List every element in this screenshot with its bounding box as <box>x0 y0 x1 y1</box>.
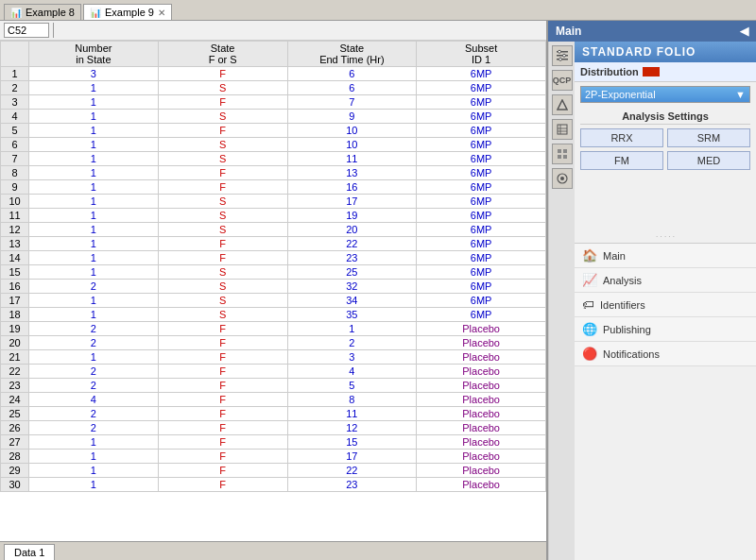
cell-number-in-state[interactable]: 1 <box>29 435 159 450</box>
cell-state-fs[interactable]: F <box>158 435 287 450</box>
cell-number-in-state[interactable]: 2 <box>29 322 159 336</box>
cell-subset-id[interactable]: 6MP <box>417 110 546 124</box>
cell-end-time[interactable]: 6 <box>287 81 417 95</box>
cell-subset-id[interactable]: Placebo <box>417 365 546 379</box>
cell-state-fs[interactable]: F <box>158 379 287 393</box>
cell-subset-id[interactable]: 6MP <box>417 180 546 195</box>
cell-number-in-state[interactable]: 2 <box>29 365 159 379</box>
cell-state-fs[interactable]: F <box>158 180 287 195</box>
cell-state-fs[interactable]: F <box>158 237 287 251</box>
cell-subset-id[interactable]: 6MP <box>417 237 546 251</box>
cell-state-fs[interactable]: S <box>158 308 287 322</box>
analysis-btn-med[interactable]: MED <box>667 151 750 170</box>
distribution-dropdown[interactable]: 2P-Exponential ▼ <box>580 86 750 103</box>
cell-number-in-state[interactable]: 1 <box>29 350 159 365</box>
nav-item-analysis[interactable]: 📈 Analysis <box>575 268 756 293</box>
cell-state-fs[interactable]: F <box>158 322 287 336</box>
cell-state-fs[interactable]: S <box>158 209 287 223</box>
cell-end-time[interactable]: 8 <box>287 393 417 407</box>
cell-end-time[interactable]: 10 <box>287 138 417 152</box>
cell-state-fs[interactable]: F <box>158 421 287 435</box>
cell-state-fs[interactable]: S <box>158 280 287 294</box>
cell-state-fs[interactable]: S <box>158 265 287 280</box>
cell-end-time[interactable]: 10 <box>287 124 417 138</box>
cell-end-time[interactable]: 3 <box>287 350 417 365</box>
cell-state-fs[interactable]: F <box>158 166 287 180</box>
cell-end-time[interactable]: 20 <box>287 223 417 237</box>
cell-subset-id[interactable]: Placebo <box>417 407 546 421</box>
cell-number-in-state[interactable]: 1 <box>29 464 159 478</box>
sheet-tab-data1[interactable]: Data 1 <box>4 544 55 560</box>
icon-star[interactable] <box>552 168 573 189</box>
tab-close-icon[interactable]: ✕ <box>158 8 165 18</box>
cell-subset-id[interactable]: Placebo <box>417 350 546 365</box>
cell-number-in-state[interactable]: 1 <box>29 138 159 152</box>
cell-number-in-state[interactable]: 1 <box>29 478 159 492</box>
cell-end-time[interactable]: 11 <box>287 407 417 421</box>
cell-subset-id[interactable]: 6MP <box>417 195 546 209</box>
nav-item-main[interactable]: 🏠 Main <box>575 244 756 268</box>
cell-subset-id[interactable]: Placebo <box>417 393 546 407</box>
cell-state-fs[interactable]: F <box>158 336 287 350</box>
cell-end-time[interactable]: 1 <box>287 322 417 336</box>
nav-item-publishing[interactable]: 🌐 Publishing <box>575 317 756 342</box>
icon-grid[interactable] <box>552 144 573 164</box>
cell-end-time[interactable]: 13 <box>287 166 417 180</box>
cell-number-in-state[interactable]: 1 <box>29 81 159 95</box>
cell-end-time[interactable]: 17 <box>287 195 417 209</box>
analysis-btn-rrx[interactable]: RRX <box>580 128 663 147</box>
spreadsheet[interactable]: Numberin State StateF or S StateEnd Time… <box>0 41 546 541</box>
cell-number-in-state[interactable]: 1 <box>29 166 159 180</box>
cell-state-fs[interactable]: F <box>158 464 287 478</box>
cell-number-in-state[interactable]: 1 <box>29 124 159 138</box>
cell-subset-id[interactable]: 6MP <box>417 138 546 152</box>
icon-triangle[interactable] <box>552 94 573 115</box>
cell-number-in-state[interactable]: 2 <box>29 280 159 294</box>
cell-subset-id[interactable]: 6MP <box>417 152 546 166</box>
cell-end-time[interactable]: 5 <box>287 379 417 393</box>
cell-end-time[interactable]: 19 <box>287 209 417 223</box>
pin-icon[interactable]: ◀ <box>740 25 748 38</box>
cell-end-time[interactable]: 23 <box>287 478 417 492</box>
cell-end-time[interactable]: 9 <box>287 110 417 124</box>
cell-subset-id[interactable]: Placebo <box>417 450 546 464</box>
cell-subset-id[interactable]: 6MP <box>417 294 546 308</box>
cell-number-in-state[interactable]: 2 <box>29 421 159 435</box>
cell-subset-id[interactable]: 6MP <box>417 209 546 223</box>
cell-number-in-state[interactable]: 1 <box>29 209 159 223</box>
cell-subset-id[interactable]: 6MP <box>417 280 546 294</box>
cell-number-in-state[interactable]: 1 <box>29 195 159 209</box>
tab-example8[interactable]: 📊 Example 8 <box>4 4 81 20</box>
cell-subset-id[interactable]: Placebo <box>417 379 546 393</box>
cell-number-in-state[interactable]: 3 <box>29 67 159 81</box>
cell-end-time[interactable]: 15 <box>287 435 417 450</box>
cell-number-in-state[interactable]: 1 <box>29 265 159 280</box>
cell-state-fs[interactable]: F <box>158 251 287 265</box>
cell-subset-id[interactable]: Placebo <box>417 464 546 478</box>
cell-subset-id[interactable]: 6MP <box>417 124 546 138</box>
cell-state-fs[interactable]: S <box>158 81 287 95</box>
cell-subset-id[interactable]: 6MP <box>417 251 546 265</box>
cell-state-fs[interactable]: F <box>158 450 287 464</box>
cell-subset-id[interactable]: 6MP <box>417 308 546 322</box>
cell-subset-id[interactable]: Placebo <box>417 421 546 435</box>
cell-number-in-state[interactable]: 2 <box>29 407 159 421</box>
cell-state-fs[interactable]: F <box>158 67 287 81</box>
cell-number-in-state[interactable]: 1 <box>29 308 159 322</box>
cell-state-fs[interactable]: S <box>158 294 287 308</box>
cell-state-fs[interactable]: F <box>158 393 287 407</box>
cell-subset-id[interactable]: Placebo <box>417 336 546 350</box>
cell-end-time[interactable]: 16 <box>287 180 417 195</box>
cell-state-fs[interactable]: S <box>158 138 287 152</box>
cell-subset-id[interactable]: 6MP <box>417 67 546 81</box>
cell-state-fs[interactable]: F <box>158 478 287 492</box>
cell-subset-id[interactable]: Placebo <box>417 478 546 492</box>
cell-number-in-state[interactable]: 1 <box>29 251 159 265</box>
cell-state-fs[interactable]: F <box>158 350 287 365</box>
cell-subset-id[interactable]: 6MP <box>417 223 546 237</box>
icon-qcp[interactable]: QCP <box>552 70 573 91</box>
cell-end-time[interactable]: 11 <box>287 152 417 166</box>
cell-number-in-state[interactable]: 2 <box>29 336 159 350</box>
nav-item-notifications[interactable]: 🔴 Notifications <box>575 342 756 366</box>
tab-example9[interactable]: 📊 Example 9 ✕ <box>83 4 172 20</box>
